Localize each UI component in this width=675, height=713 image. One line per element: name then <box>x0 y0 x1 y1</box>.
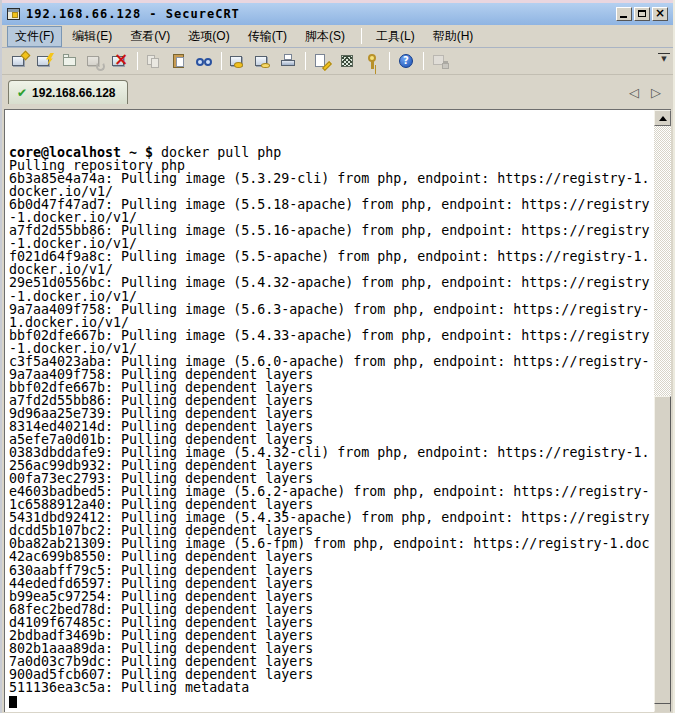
log-session-button[interactable] <box>226 49 251 73</box>
tab-scroll-controls: ◁ ▷ <box>629 85 673 106</box>
key-agent-icon <box>364 53 381 69</box>
menu-item-file[interactable]: 文件(F) <box>7 26 62 47</box>
connected-check-icon: ✔ <box>17 86 27 100</box>
log-session-icon <box>230 53 247 69</box>
window-title: 192.168.66.128 - SecureCRT <box>26 7 240 21</box>
connect-icon <box>12 53 29 69</box>
global-options-button[interactable] <box>335 49 360 73</box>
session-options-button[interactable] <box>310 49 335 73</box>
maximize-button[interactable] <box>634 7 650 21</box>
menu-separator <box>361 28 362 44</box>
disconnect-button[interactable] <box>108 49 133 73</box>
find-button[interactable] <box>192 49 217 73</box>
terminal-line: 9a7aa409f758: Pulling dependent layers <box>9 368 654 381</box>
menu-item-view[interactable]: 查看(V) <box>122 26 178 47</box>
copy-button[interactable] <box>142 49 167 73</box>
help-button[interactable] <box>394 49 419 73</box>
key-agent-button[interactable] <box>360 49 385 73</box>
print-icon <box>280 53 297 69</box>
terminal-line: 68fec2bed78d: Pulling dependent layers <box>9 603 654 616</box>
disconnect-icon <box>112 53 129 69</box>
terminal-cursor <box>9 696 17 708</box>
toolbar-separator <box>221 52 222 70</box>
scrollbar-track[interactable] <box>654 126 671 703</box>
toolbar-overflow-icon[interactable]: ▼ <box>658 53 670 63</box>
close-icon: × <box>653 6 667 20</box>
terminal-line: c3f5a4023aba: Pulling image (5.6.0-apach… <box>9 355 654 368</box>
session-options-icon <box>314 53 331 69</box>
chevron-down-icon: ▼ <box>658 53 670 63</box>
session-tab[interactable]: ✔ 192.168.66.128 <box>8 80 128 104</box>
terminal-line: a7fd2d55bb86: Pulling dependent layers <box>9 394 654 407</box>
menu-item-edit[interactable]: 编辑(E) <box>64 26 120 47</box>
terminal-line: 44ededfd6597: Pulling dependent layers <box>9 577 654 590</box>
menu-item-script[interactable]: 脚本(S) <box>297 26 353 47</box>
terminal-area: core@localhost ~ $ docker pull phpPullin… <box>4 109 671 712</box>
paste-button[interactable] <box>167 49 192 73</box>
terminal-line: bbf02dfe667b: Pulling dependent layers <box>9 381 654 394</box>
menu-bar: 文件(F)编辑(E)查看(V)选项(O)传输(T)脚本(S)工具(L)帮助(H) <box>2 25 673 48</box>
terminal-line: 630aabff79c5: Pulling dependent layers <box>9 564 654 577</box>
scroll-down-button[interactable] <box>654 703 671 712</box>
help-icon <box>398 53 415 69</box>
terminal-line: 1.docker.io/v1/ <box>9 316 654 329</box>
terminal-line: -1.docker.io/v1/ <box>9 290 654 303</box>
tab-scroll-right-icon[interactable]: ▷ <box>651 85 661 100</box>
maximize-icon <box>638 10 646 17</box>
tab-scroll-left-icon[interactable]: ◁ <box>629 85 639 100</box>
terminal-line: 802b1aaa89da: Pulling dependent layers <box>9 642 654 655</box>
toolbar-separator <box>137 52 138 70</box>
toolbar: ▼ <box>2 48 673 75</box>
minimize-icon <box>620 16 627 18</box>
reconnect-icon <box>87 53 104 69</box>
terminal-line: d4109f67485c: Pulling dependent layers <box>9 616 654 629</box>
copy-icon <box>146 53 163 69</box>
menu-item-tools[interactable]: 工具(L) <box>368 26 423 47</box>
terminal-line: 511136ea3c5a: Pulling metadata <box>9 681 654 694</box>
title-bar[interactable]: 192.168.66.128 - SecureCRT × <box>2 3 673 25</box>
connect-button[interactable] <box>8 49 33 73</box>
connect-in-tab-icon <box>62 53 79 69</box>
terminal-line: 9a7aa409f758: Pulling image (5.6.3-apach… <box>9 303 654 316</box>
terminal-line: 42ac699b8550: Pulling dependent layers <box>9 550 654 563</box>
menu-item-help[interactable]: 帮助(H) <box>425 26 482 47</box>
arrow-up-icon <box>659 112 667 121</box>
terminal-output[interactable]: core@localhost ~ $ docker pull phpPullin… <box>4 110 654 712</box>
menu-item-options[interactable]: 选项(O) <box>180 26 237 47</box>
close-button[interactable]: × <box>652 7 668 21</box>
terminal-line: 900ad5fcb607: Pulling dependent layers <box>9 668 654 681</box>
connect-in-tab-button[interactable] <box>58 49 83 73</box>
toolbar-separator <box>423 52 424 70</box>
paste-icon <box>171 53 188 69</box>
lock-session-button[interactable] <box>428 49 453 73</box>
quick-connect-icon <box>37 53 54 69</box>
terminal-line: 2bdbadf3469b: Pulling dependent layers <box>9 629 654 642</box>
reconnect-button[interactable] <box>83 49 108 73</box>
toolbar-separator <box>389 52 390 70</box>
global-options-icon <box>339 53 356 69</box>
lock-session-icon <box>432 53 449 69</box>
scrollbar <box>654 110 671 712</box>
quick-connect-button[interactable] <box>33 49 58 73</box>
terminal-line <box>9 694 654 707</box>
terminal-line: 29e51d0556bc: Pulling image (5.4.32-apac… <box>9 276 654 289</box>
app-icon <box>6 7 22 22</box>
terminal-line: 7a0d03c7b9dc: Pulling dependent layers <box>9 655 654 668</box>
find-icon <box>196 53 213 69</box>
tab-bar: ✔ 192.168.66.128 ◁ ▷ <box>2 75 673 106</box>
minimize-button[interactable] <box>616 7 632 21</box>
raw-log-icon <box>255 53 272 69</box>
tab-label: 192.168.66.128 <box>32 86 115 100</box>
terminal-line: b99ea5c97254: Pulling dependent layers <box>9 590 654 603</box>
terminal-line: -1.docker.io/v1/ <box>9 342 654 355</box>
print-button[interactable] <box>276 49 301 73</box>
terminal-line: bbf02dfe667b: Pulling image (5.4.33-apac… <box>9 329 654 342</box>
window-controls: × <box>616 7 670 21</box>
raw-log-button[interactable] <box>251 49 276 73</box>
securecrt-window: 192.168.66.128 - SecureCRT × 文件(F)编辑(E)查… <box>0 0 675 713</box>
scrollbar-thumb[interactable] <box>654 396 671 704</box>
scroll-up-button[interactable] <box>654 110 671 126</box>
toolbar-separator <box>305 52 306 70</box>
menu-item-transfer[interactable]: 传输(T) <box>240 26 295 47</box>
